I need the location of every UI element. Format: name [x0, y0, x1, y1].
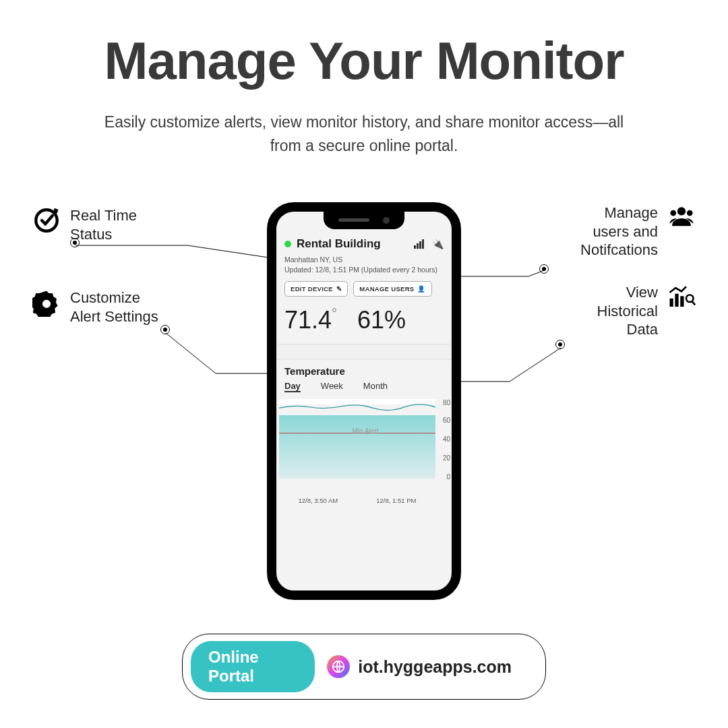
connector-dot	[160, 325, 170, 334]
chart-title: Temperature	[276, 360, 452, 378]
edit-icon: ✎	[336, 285, 342, 293]
svg-rect-6	[670, 299, 673, 307]
connector-dot	[539, 264, 549, 274]
callout-history: View Historical Data	[597, 283, 696, 339]
portal-url[interactable]: iot.hyggeapps.com	[327, 655, 512, 678]
manage-users-button[interactable]: MANAGE USERS👤	[353, 281, 432, 297]
plug-icon: 🔌	[432, 239, 444, 249]
humidity-reading: 61%	[357, 306, 406, 334]
min-alert-label: Min Alert	[353, 427, 379, 435]
users-icon	[667, 204, 696, 232]
svg-line-13	[166, 333, 216, 373]
svg-line-12	[187, 245, 268, 257]
callout-label: Manage users and Notifcations	[580, 204, 658, 260]
status-dot	[284, 241, 291, 247]
svg-point-9	[686, 295, 694, 303]
tab-week[interactable]: Week	[321, 381, 343, 392]
connector-dot	[555, 340, 565, 349]
device-name: Rental Building	[297, 237, 408, 251]
callout-customize: Customize Alert Settings	[32, 289, 158, 326]
edit-device-button[interactable]: EDIT DEVICE✎	[284, 281, 348, 297]
tab-month[interactable]: Month	[363, 381, 388, 392]
tab-day[interactable]: Day	[284, 381, 301, 392]
check-clock-icon	[32, 206, 61, 235]
phone-notch	[324, 212, 404, 229]
svg-point-3	[677, 207, 686, 215]
gear-icon	[32, 289, 61, 317]
user-icon: 👤	[417, 285, 425, 293]
device-updated: Updated: 12/8, 1:51 PM (Updated every 2 …	[284, 265, 444, 275]
portal-badge: Online Portal	[191, 641, 315, 692]
callout-users: Manage users and Notifcations	[580, 204, 696, 260]
phone-mockup: Rental Building 🔌 Manhattan NY, US Updat…	[267, 202, 461, 600]
page-subtitle: Easily customize alerts, view monitor hi…	[88, 111, 640, 157]
temperature-chart: Min Alert 80 60 40 20 0 12/8, 3:50 AM12/…	[279, 398, 452, 492]
globe-icon	[327, 655, 350, 678]
svg-line-10	[692, 301, 695, 305]
connector-dot	[70, 238, 80, 247]
svg-rect-7	[675, 294, 678, 307]
svg-point-4	[670, 210, 676, 216]
temperature-reading: 71.4°	[284, 306, 337, 334]
page-title: Manage Your Monitor	[0, 30, 728, 92]
callout-label: Customize Alert Settings	[70, 289, 158, 326]
chart-tabs[interactable]: Day Week Month	[276, 378, 452, 398]
device-location: Manhattan NY, US	[284, 255, 444, 265]
chart-search-icon	[667, 283, 696, 311]
svg-point-5	[687, 210, 693, 216]
callout-label: Real Time Status	[70, 206, 137, 243]
callout-realtime: Real Time Status	[32, 206, 137, 243]
svg-rect-8	[680, 296, 684, 307]
signal-icon	[414, 239, 424, 249]
svg-point-2	[42, 300, 51, 308]
svg-line-18	[510, 348, 561, 382]
callout-label: View Historical Data	[597, 283, 658, 339]
portal-bar: Online Portal iot.hyggeapps.com	[182, 634, 546, 700]
